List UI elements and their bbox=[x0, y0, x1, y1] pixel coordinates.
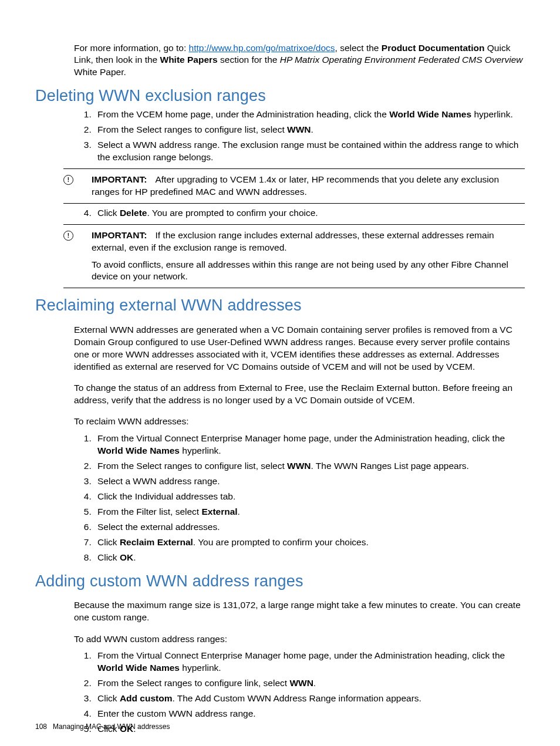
step-bold: Add custom bbox=[120, 693, 173, 703]
step-bold: OK bbox=[120, 552, 133, 562]
list-item: Click Reclaim External. You are prompted… bbox=[94, 536, 525, 549]
list-item: From the Filter list, select External. bbox=[94, 506, 525, 518]
reclaim-p2: To change the status of an address from … bbox=[74, 382, 525, 407]
step-text: . bbox=[133, 552, 136, 562]
list-item: From the VCEM home page, under the Admin… bbox=[94, 109, 525, 121]
matrixoe-docs-link[interactable]: http://www.hp.com/go/matrixoe/docs bbox=[189, 43, 335, 53]
exclamation-icon: ! bbox=[63, 231, 73, 241]
important-text: After upgrading to VCEM 1.4x or later, H… bbox=[92, 174, 499, 197]
step-text: From the Select ranges to configure list… bbox=[97, 124, 287, 134]
step-bold: World Wide Names bbox=[389, 109, 471, 119]
step-text: From the Select ranges to configure list… bbox=[97, 461, 287, 471]
list-item: Select a WWN address range. The exclusio… bbox=[94, 139, 525, 164]
reclaim-p3: To reclaim WWN addresses: bbox=[74, 416, 525, 428]
important-note-2: ! IMPORTANT:If the exclusion range inclu… bbox=[63, 224, 525, 289]
step-text: Select a WWN address range. The exclusio… bbox=[97, 140, 518, 162]
step-text: . You are prompted to confirm your choic… bbox=[147, 208, 318, 218]
deleting-steps-b: Click Delete. You are prompted to confir… bbox=[76, 207, 525, 220]
list-item: Click Add custom. The Add Custom WWN Add… bbox=[94, 693, 525, 705]
exclamation-icon: ! bbox=[63, 175, 73, 185]
step-text: Select a WWN address range. bbox=[97, 476, 220, 486]
important-note-1: ! IMPORTANT:After upgrading to VCEM 1.4x… bbox=[63, 168, 525, 204]
step-bold: External bbox=[201, 507, 237, 517]
step-text: Click bbox=[97, 552, 120, 562]
list-item: Select the external addresses. bbox=[94, 521, 525, 534]
step-text: From the Virtual Connect Enterprise Mana… bbox=[97, 433, 505, 443]
step-text: From the VCEM home page, under the Admin… bbox=[97, 109, 389, 119]
reclaim-p1: External WWN addresses are generated whe… bbox=[74, 324, 525, 373]
intro-mid3: section for the bbox=[218, 55, 280, 65]
intro-tail: White Paper. bbox=[74, 67, 126, 77]
list-item: Select a WWN address range. bbox=[94, 475, 525, 488]
intro-bold1: Product Documentation bbox=[382, 43, 485, 53]
page-number: 108 bbox=[35, 723, 47, 731]
step-text: From the Virtual Connect Enterprise Mana… bbox=[97, 650, 505, 660]
heading-reclaiming-wwn: Reclaiming external WWN addresses bbox=[35, 296, 525, 315]
custom-p1: Because the maximum range size is 131,07… bbox=[74, 599, 525, 624]
footer-title: Managing MAC and WWN addresses bbox=[53, 723, 170, 731]
step-text: Click bbox=[97, 693, 120, 703]
step-text: . bbox=[238, 507, 240, 517]
intro-mid1: , select the bbox=[335, 43, 382, 53]
list-item: Click OK. bbox=[94, 552, 525, 564]
step-text: . The WWN Ranges List page appears. bbox=[311, 461, 469, 471]
list-item: From the Virtual Connect Enterprise Mana… bbox=[94, 650, 525, 674]
intro-italic: HP Matrix Operating Environment Federate… bbox=[280, 55, 523, 65]
step-text: hyperlink. bbox=[180, 445, 221, 455]
heading-adding-custom: Adding custom WWN address ranges bbox=[35, 572, 525, 590]
step-bold: Reclaim External bbox=[120, 537, 193, 547]
intro-bold2: White Papers bbox=[160, 55, 218, 65]
list-item: From the Select ranges to configure link… bbox=[94, 677, 525, 690]
step-text: From the Filter list, select bbox=[97, 507, 201, 517]
step-text: . bbox=[311, 124, 313, 134]
important-label: IMPORTANT: bbox=[92, 174, 147, 184]
step-bold: World Wide Names bbox=[97, 663, 180, 673]
step-bold: WWN bbox=[287, 461, 311, 471]
step-text: hyperlink. bbox=[471, 109, 513, 119]
page-footer: 108Managing MAC and WWN addresses bbox=[35, 723, 170, 731]
list-item: Click Delete. You are prompted to confir… bbox=[94, 207, 525, 220]
step-bold: Delete bbox=[120, 208, 147, 218]
important-text-2: To avoid conflicts, ensure all addresses… bbox=[92, 259, 525, 283]
step-text: hyperlink. bbox=[180, 663, 221, 673]
list-item: From the Virtual Connect Enterprise Mana… bbox=[94, 433, 525, 457]
step-bold: World Wide Names bbox=[97, 445, 180, 455]
list-item: From the Select ranges to configure list… bbox=[94, 460, 525, 472]
heading-deleting-wwn: Deleting WWN exclusion ranges bbox=[35, 87, 525, 105]
step-text: Click bbox=[97, 208, 120, 218]
custom-p2: To add WWN custom address ranges: bbox=[74, 633, 525, 646]
step-text: . You are prompted to confirm your choic… bbox=[193, 537, 369, 547]
step-text: Select the external addresses. bbox=[97, 522, 220, 532]
reclaim-steps: From the Virtual Connect Enterprise Mana… bbox=[76, 433, 525, 563]
list-item: From the Select ranges to configure list… bbox=[94, 124, 525, 136]
step-text: Click bbox=[97, 537, 120, 547]
important-icon: ! bbox=[63, 229, 92, 241]
step-text: From the Select ranges to configure link… bbox=[97, 678, 289, 688]
step-bold: WWN bbox=[289, 678, 313, 688]
important-text: If the exclusion range includes external… bbox=[92, 230, 494, 252]
step-text: . bbox=[313, 678, 316, 688]
step-text: . The Add Custom WWN Address Range infor… bbox=[172, 693, 421, 703]
intro-pre: For more information, go to: bbox=[74, 43, 189, 53]
step-bold: WWN bbox=[287, 124, 311, 134]
deleting-steps-a: From the VCEM home page, under the Admin… bbox=[76, 109, 525, 164]
step-text: Click the Individual addresses tab. bbox=[97, 491, 235, 501]
step-text: Enter the custom WWN address range. bbox=[97, 708, 256, 718]
list-item: Click the Individual addresses tab. bbox=[94, 491, 525, 503]
important-label: IMPORTANT: bbox=[92, 230, 147, 240]
important-icon: ! bbox=[63, 174, 92, 185]
intro-paragraph: For more information, go to: http://www.… bbox=[74, 42, 525, 79]
list-item: Enter the custom WWN address range. bbox=[94, 708, 525, 720]
